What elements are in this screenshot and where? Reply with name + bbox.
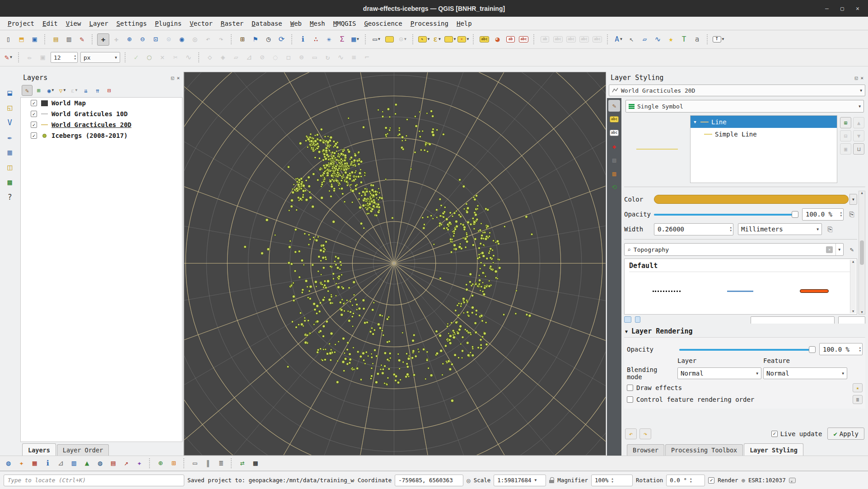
- icon-view-button[interactable]: [624, 316, 631, 323]
- options-gear-icon[interactable]: ✳: [323, 33, 335, 46]
- add-part-icon[interactable]: ⊜: [295, 52, 308, 64]
- data-plotly-icon[interactable]: ▤: [107, 457, 119, 470]
- layer-diagram-icon[interactable]: ◕: [491, 33, 504, 46]
- reshape-features-icon[interactable]: ⊿: [243, 52, 255, 64]
- stream-digitizing-icon[interactable]: ◯: [143, 52, 155, 64]
- color-dropdown[interactable]: ▼: [849, 194, 857, 205]
- plugin-bird-icon[interactable]: ✦: [15, 457, 28, 470]
- style-search-input[interactable]: ⌕ Topography ✕ ▼: [624, 243, 844, 256]
- apply-button[interactable]: ✔ Apply: [827, 428, 864, 440]
- layer-visibility-checkbox[interactable]: ✓: [31, 122, 37, 128]
- move-up-icon[interactable]: ▲: [853, 117, 864, 128]
- history-tab-icon[interactable]: ⟲: [608, 181, 620, 193]
- menu-help[interactable]: Help: [453, 19, 476, 28]
- marker-annotation-icon[interactable]: ★: [665, 33, 677, 46]
- diagram-properties-icon[interactable]: abc: [591, 33, 603, 46]
- lock-colors-icon[interactable]: ⊔: [853, 143, 864, 155]
- menu-settings[interactable]: Settings: [112, 19, 151, 28]
- style-manager-icon[interactable]: ✎: [846, 244, 857, 255]
- zoom-full-icon[interactable]: ⊡: [149, 33, 162, 46]
- annotation-toolbar-icon[interactable]: A▼: [612, 33, 625, 46]
- spin-arrows-icon[interactable]: ▲▼: [839, 211, 843, 217]
- copy-features-icon[interactable]: ∿: [182, 52, 195, 64]
- diagrams-tab-icon[interactable]: ▥: [608, 168, 620, 179]
- zoom-level-tool-icon[interactable]: ⊕: [154, 457, 167, 470]
- menu-mesh[interactable]: Mesh: [306, 19, 329, 28]
- text-along-line-icon[interactable]: a: [691, 33, 703, 46]
- chevron-down-icon[interactable]: ▼: [835, 244, 840, 255]
- vertex-tool-all-layers-icon[interactable]: ◇: [204, 52, 216, 64]
- remove-layer-icon[interactable]: ⊟: [104, 85, 115, 96]
- zoom-native-icon[interactable]: ◎: [189, 33, 201, 46]
- live-update-checkbox[interactable]: ✓: [771, 431, 778, 437]
- coordinate-input[interactable]: -759685, 6560363: [395, 475, 463, 486]
- refresh-map-icon[interactable]: ⟳: [275, 33, 288, 46]
- styling-layer-selector[interactable]: World Gracticules 20D ▼: [609, 85, 865, 96]
- temporal-controller-icon[interactable]: ◷: [262, 33, 275, 46]
- rotate-label-icon[interactable]: abc: [552, 33, 564, 46]
- redo-icon[interactable]: ↷: [639, 428, 651, 439]
- size-spin[interactable]: 12▲▼: [51, 52, 78, 63]
- hatch-lines-icon[interactable]: ≣: [215, 457, 227, 470]
- symbology-tab-icon[interactable]: ✎: [608, 100, 620, 112]
- save-layer-edits-icon[interactable]: ▣: [37, 52, 49, 64]
- pin-labels-icon[interactable]: ab: [504, 33, 517, 46]
- open-project-icon[interactable]: ⬒: [15, 33, 28, 46]
- float-panel-icon[interactable]: ◱: [855, 75, 858, 81]
- plugin-chart-icon[interactable]: ▥: [68, 457, 80, 470]
- minimize-button[interactable]: –: [819, 5, 835, 12]
- run-feature-action-icon[interactable]: ∴: [310, 33, 322, 46]
- fill-ring-icon[interactable]: ◻: [282, 52, 294, 64]
- help-contents-icon[interactable]: ?: [4, 191, 16, 203]
- style-manager-icon[interactable]: ✎: [76, 33, 88, 46]
- layer-visibility-checkbox[interactable]: ✓: [31, 111, 37, 117]
- tab-layers[interactable]: Layers: [22, 443, 56, 456]
- menu-web[interactable]: Web: [286, 19, 306, 28]
- layer-rendering-header[interactable]: ▼ Layer Rendering: [625, 327, 865, 335]
- tab-processing-toolbox[interactable]: Processing Toolbox: [665, 444, 743, 456]
- menu-project[interactable]: Project: [4, 19, 38, 28]
- add-symbol-layer-icon[interactable]: ⊞: [840, 117, 851, 128]
- add-ring-icon[interactable]: ◌: [269, 52, 281, 64]
- new-project-icon[interactable]: ▯: [2, 33, 14, 46]
- filter-by-expression-icon[interactable]: ε▼: [69, 85, 79, 96]
- undo-icon[interactable]: ↶: [625, 428, 637, 439]
- toggle-editing-icon[interactable]: ✏: [23, 52, 36, 64]
- form-annotation-icon[interactable]: T▼: [712, 33, 724, 46]
- identify-features-icon[interactable]: ℹ: [297, 33, 309, 46]
- zoom-last-icon[interactable]: ↶: [202, 33, 214, 46]
- trim-extend-icon[interactable]: ⌐: [361, 52, 373, 64]
- delete-selected-icon[interactable]: ✕: [156, 52, 168, 64]
- list-scrollbar[interactable]: ▲▼: [850, 260, 856, 313]
- select-by-value-icon[interactable]: ▼: [444, 33, 456, 46]
- layer-opacity-spinbox[interactable]: 100.0 % ▲▼: [819, 343, 863, 355]
- split-features-icon[interactable]: ⊘: [256, 52, 268, 64]
- mask-tab-icon[interactable]: abc: [608, 127, 620, 139]
- style-item-thin-blue-line[interactable]: [727, 291, 753, 292]
- change-label-icon[interactable]: abc: [565, 33, 577, 46]
- render-checkbox[interactable]: ✓: [708, 477, 714, 484]
- qgis2web-icon[interactable]: ◍: [94, 457, 106, 470]
- panel-scrollbar[interactable]: ▲▼: [859, 191, 865, 315]
- text-annotation-map-icon[interactable]: T: [678, 33, 690, 46]
- feature-blend-combo[interactable]: Normal ▼: [763, 367, 847, 379]
- label-properties-icon[interactable]: abc: [578, 33, 590, 46]
- symbol-tree-root[interactable]: ▼ Line: [691, 116, 837, 128]
- save-project-icon[interactable]: ▣: [28, 33, 41, 46]
- add-vector-layer-icon[interactable]: ◱: [4, 102, 16, 114]
- checker-style-icon[interactable]: ▩: [249, 457, 261, 470]
- digitize-with-segment-icon[interactable]: ✓: [130, 52, 142, 64]
- menu-layer[interactable]: Layer: [85, 19, 112, 28]
- layer-blend-combo[interactable]: Normal ▼: [677, 367, 761, 379]
- unit-combo[interactable]: px▼: [80, 52, 120, 63]
- remove-symbol-layer-icon[interactable]: ⊟: [840, 130, 851, 141]
- metasearch-icon[interactable]: ◍: [2, 457, 14, 470]
- expander-icon[interactable]: ▼: [692, 120, 698, 124]
- current-edits-icon[interactable]: ✎▼: [2, 52, 14, 64]
- swap-vector-icon[interactable]: ⇄: [236, 457, 248, 470]
- plugin-info-icon[interactable]: ℹ: [42, 457, 54, 470]
- menu-plugins[interactable]: Plugins: [151, 19, 186, 28]
- layer-tree-item[interactable]: ✓Icebergs (2008-2017): [21, 130, 182, 141]
- tab-layer-order[interactable]: Layer Order: [57, 444, 109, 456]
- clear-search-icon[interactable]: ✕: [826, 246, 833, 253]
